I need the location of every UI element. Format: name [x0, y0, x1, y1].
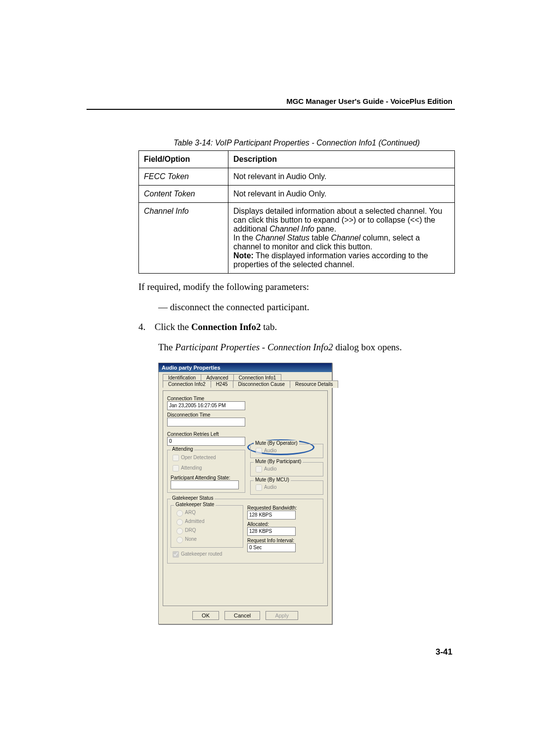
- desc-cell: Not relevant in Audio Only.: [228, 186, 455, 203]
- tab-advanced[interactable]: Advanced: [201, 374, 233, 381]
- group-mute-operator: Mute (By Operator) Audio: [250, 444, 323, 458]
- table-row: Channel Info Displays detailed informati…: [139, 203, 455, 274]
- field-disconnection-time[interactable]: [167, 418, 245, 426]
- group-gatekeeper-state: Gatekeeper State ARQ Admitted DRQ None: [171, 505, 243, 548]
- field-connection-time[interactable]: Jan 23,2005 16:27:05 PM: [167, 401, 245, 410]
- step-text: Click the: [155, 322, 191, 332]
- desc-em: Channel: [331, 234, 360, 242]
- group-title-gk-status: Gatekeeper Status: [171, 495, 215, 501]
- result-text: The: [158, 342, 175, 352]
- checkbox-gk-routed: Gatekeeper routed: [171, 550, 243, 559]
- desc-text: pane.: [314, 225, 336, 233]
- label-disconnection-time: Disconnection Time: [167, 412, 323, 418]
- tab-disconnection-cause[interactable]: Disconnection Cause: [233, 380, 291, 388]
- col-header-field: Field/Option: [139, 151, 228, 168]
- table-row: Field/Option Description: [139, 151, 455, 168]
- properties-table: Field/Option Description FECC Token Not …: [138, 150, 455, 274]
- field-req-bandwidth[interactable]: 128 KBPS: [247, 511, 296, 520]
- desc-text: table: [310, 234, 331, 242]
- dialog-titlebar: Audio party Properties: [159, 363, 332, 372]
- desc-cell: Not relevant in Audio Only.: [228, 168, 455, 186]
- group-title-attending: Attending: [171, 446, 194, 452]
- desc-text: In the: [233, 234, 255, 242]
- group-title-gk-state: Gatekeeper State: [174, 502, 216, 507]
- radio-drq: DRQ: [174, 526, 240, 534]
- field-retries-left[interactable]: 0: [167, 437, 245, 446]
- radio-admitted: Admitted: [174, 518, 240, 525]
- table-row: FECC Token Not relevant in Audio Only.: [139, 168, 455, 186]
- dialog-body: Identification Advanced Connection Info1…: [159, 372, 332, 624]
- checkbox-mute-mcu-audio: Audio: [254, 483, 320, 492]
- checkbox-oper-detected: Oper Detecteed: [171, 453, 242, 463]
- desc-cell: Displays detailed information about a se…: [228, 203, 455, 274]
- header-rule: [87, 109, 455, 110]
- label-connection-time: Connection Time: [167, 396, 323, 401]
- document-page: MGC Manager User's Guide - VoicePlus Edi…: [0, 0, 534, 756]
- group-title-mute-participant: Mute (By Participant): [254, 459, 303, 464]
- main-content: Table 3-14: VoIP Participant Properties …: [138, 139, 455, 624]
- page-number: 3-41: [436, 647, 452, 657]
- checkbox-mute-part-audio: Audio: [254, 465, 320, 474]
- result-text: dialog box opens.: [333, 342, 401, 352]
- desc-text: Displays detailed information about a se…: [233, 207, 443, 233]
- field-allocated[interactable]: 128 KBPS: [247, 527, 296, 536]
- label-retries-left: Connection Retries Left: [167, 431, 323, 437]
- apply-button[interactable]: Apply: [266, 611, 298, 620]
- table-caption: Table 3-14: VoIP Participant Properties …: [138, 139, 455, 147]
- properties-dialog: Audio party Properties Identification Ad…: [158, 363, 332, 624]
- tab-connection-info1[interactable]: Connection Info1: [233, 374, 282, 381]
- group-mute-participant: Mute (By Participant) Audio: [250, 462, 323, 476]
- ok-button[interactable]: OK: [192, 611, 219, 620]
- field-attending-state[interactable]: [171, 480, 239, 489]
- desc-note-label: Note:: [233, 251, 254, 260]
- radio-none: None: [174, 535, 240, 543]
- label-req-interval: Request Info Interval:: [247, 538, 320, 543]
- label-attending-state: Participant Attending State:: [171, 475, 242, 480]
- tab-connection-info2[interactable]: Connection Info2: [163, 380, 211, 388]
- step-text: tab.: [261, 322, 277, 332]
- field-cell: FECC Token: [139, 168, 228, 186]
- radio-arq: ARQ: [174, 509, 240, 517]
- group-title-mute-mcu: Mute (By MCU): [254, 477, 291, 482]
- tab-identification[interactable]: Identification: [163, 374, 201, 381]
- table-row: Content Token Not relevant in Audio Only…: [139, 186, 455, 203]
- step-number: 4.: [138, 321, 152, 334]
- group-mute-mcu: Mute (By MCU) Audio: [250, 480, 323, 495]
- desc-text: The displayed information varies accordi…: [233, 251, 428, 269]
- tab-h245[interactable]: H245: [211, 380, 233, 388]
- label-req-bandwidth: Requested Bandwidth:: [247, 505, 320, 511]
- tab-panel: Connection Time Jan 23,2005 16:27:05 PM …: [163, 390, 328, 606]
- tab-strip: Identification Advanced Connection Info1…: [163, 374, 328, 388]
- step-bold: Connection Info2: [191, 322, 261, 332]
- desc-em: Channel Info: [269, 225, 314, 233]
- intro-text: If required, modify the following parame…: [138, 281, 455, 294]
- group-title-mute-operator: Mute (By Operator): [254, 440, 299, 446]
- field-req-interval[interactable]: 0 Sec: [247, 543, 296, 552]
- checkbox-mute-op-audio: Audio: [254, 446, 320, 456]
- group-gatekeeper-status: Gatekeeper Status Gatekeeper State ARQ A…: [167, 499, 323, 564]
- checkbox-attending: Attending: [171, 464, 242, 473]
- col-header-desc: Description: [228, 151, 455, 168]
- result-em: Participant Properties - Connection Info…: [175, 342, 333, 352]
- dialog-button-row: OK Cancel Apply: [163, 611, 328, 620]
- desc-em: Channel Status: [255, 234, 309, 242]
- field-cell: Channel Info: [139, 203, 228, 274]
- page-header-title: MGC Manager User's Guide - VoicePlus Edi…: [286, 97, 452, 105]
- step-result: The Participant Properties - Connection …: [158, 341, 455, 354]
- step-item: 4. Click the Connection Info2 tab.: [138, 321, 455, 334]
- group-attending: Attending Oper Detecteed Attending Parti…: [167, 450, 245, 493]
- list-item: — disconnect the connected participant.: [158, 301, 455, 314]
- cancel-button[interactable]: Cancel: [224, 611, 260, 620]
- label-allocated: Allocated:: [247, 521, 320, 527]
- tab-resource-details[interactable]: Resource Details: [290, 380, 338, 388]
- field-cell: Content Token: [139, 186, 228, 203]
